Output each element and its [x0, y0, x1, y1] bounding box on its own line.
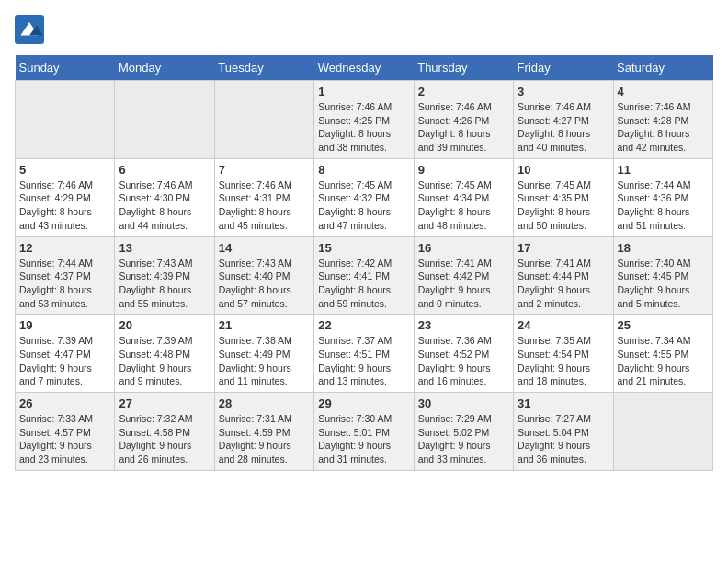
calendar-cell: 4Sunrise: 7:46 AM Sunset: 4:28 PM Daylig…: [613, 81, 712, 159]
calendar-cell: 25Sunrise: 7:34 AM Sunset: 4:55 PM Dayli…: [613, 315, 712, 393]
calendar-cell: 12Sunrise: 7:44 AM Sunset: 4:37 PM Dayli…: [16, 236, 115, 315]
day-header-tuesday: Tuesday: [214, 55, 313, 81]
calendar-cell: 30Sunrise: 7:29 AM Sunset: 5:02 PM Dayli…: [414, 393, 513, 471]
day-number: 25: [618, 318, 709, 332]
calendar-cell: 24Sunrise: 7:35 AM Sunset: 4:54 PM Dayli…: [514, 315, 613, 393]
calendar-cell: [214, 81, 313, 159]
calendar-week-row: 1Sunrise: 7:46 AM Sunset: 4:25 PM Daylig…: [16, 81, 713, 159]
day-info: Sunrise: 7:38 AM Sunset: 4:49 PM Dayligh…: [219, 334, 310, 388]
day-number: 1: [318, 85, 409, 98]
calendar-cell: 7Sunrise: 7:46 AM Sunset: 4:31 PM Daylig…: [214, 158, 313, 236]
day-number: 13: [119, 241, 210, 255]
calendar-cell: 28Sunrise: 7:31 AM Sunset: 4:59 PM Dayli…: [214, 393, 313, 471]
calendar-cell: 5Sunrise: 7:46 AM Sunset: 4:29 PM Daylig…: [16, 158, 115, 236]
day-info: Sunrise: 7:45 AM Sunset: 4:32 PM Dayligh…: [318, 178, 409, 233]
calendar-cell: [16, 81, 115, 159]
day-header-thursday: Thursday: [414, 55, 513, 81]
day-info: Sunrise: 7:33 AM Sunset: 4:57 PM Dayligh…: [19, 412, 110, 466]
day-number: 23: [418, 318, 509, 332]
day-number: 10: [518, 163, 609, 177]
calendar-cell: 15Sunrise: 7:42 AM Sunset: 4:41 PM Dayli…: [314, 236, 414, 315]
day-number: 21: [219, 318, 310, 332]
day-info: Sunrise: 7:46 AM Sunset: 4:31 PM Dayligh…: [219, 178, 310, 233]
calendar-cell: [115, 81, 214, 159]
day-number: 28: [219, 396, 310, 410]
day-number: 7: [219, 163, 310, 177]
calendar-cell: 10Sunrise: 7:45 AM Sunset: 4:35 PM Dayli…: [514, 158, 613, 236]
calendar-cell: 29Sunrise: 7:30 AM Sunset: 5:01 PM Dayli…: [314, 393, 414, 471]
day-info: Sunrise: 7:39 AM Sunset: 4:48 PM Dayligh…: [119, 334, 210, 388]
day-info: Sunrise: 7:31 AM Sunset: 4:59 PM Dayligh…: [219, 412, 310, 466]
calendar-cell: 31Sunrise: 7:27 AM Sunset: 5:04 PM Dayli…: [514, 393, 613, 471]
day-info: Sunrise: 7:41 AM Sunset: 4:42 PM Dayligh…: [418, 257, 509, 311]
day-info: Sunrise: 7:46 AM Sunset: 4:30 PM Dayligh…: [119, 178, 210, 233]
day-number: 29: [318, 396, 409, 410]
calendar-header-row: SundayMondayTuesdayWednesdayThursdayFrid…: [16, 55, 713, 81]
day-info: Sunrise: 7:35 AM Sunset: 4:54 PM Dayligh…: [518, 334, 609, 388]
day-info: Sunrise: 7:44 AM Sunset: 4:37 PM Dayligh…: [19, 257, 110, 311]
day-info: Sunrise: 7:36 AM Sunset: 4:52 PM Dayligh…: [418, 334, 509, 388]
day-number: 8: [318, 163, 409, 177]
day-info: Sunrise: 7:46 AM Sunset: 4:26 PM Dayligh…: [418, 100, 509, 155]
day-number: 15: [318, 241, 409, 255]
calendar-cell: 22Sunrise: 7:37 AM Sunset: 4:51 PM Dayli…: [314, 315, 414, 393]
day-number: 20: [119, 318, 210, 332]
calendar-cell: 27Sunrise: 7:32 AM Sunset: 4:58 PM Dayli…: [115, 393, 214, 471]
day-info: Sunrise: 7:34 AM Sunset: 4:55 PM Dayligh…: [618, 334, 709, 388]
day-header-wednesday: Wednesday: [314, 55, 414, 81]
day-info: Sunrise: 7:27 AM Sunset: 5:04 PM Dayligh…: [518, 412, 609, 466]
calendar-cell: 13Sunrise: 7:43 AM Sunset: 4:39 PM Dayli…: [115, 236, 214, 315]
day-info: Sunrise: 7:43 AM Sunset: 4:40 PM Dayligh…: [219, 257, 310, 311]
calendar-week-row: 5Sunrise: 7:46 AM Sunset: 4:29 PM Daylig…: [16, 158, 713, 236]
calendar-cell: 6Sunrise: 7:46 AM Sunset: 4:30 PM Daylig…: [115, 158, 214, 236]
day-number: 3: [518, 85, 609, 98]
day-number: 22: [318, 318, 409, 332]
calendar-cell: 14Sunrise: 7:43 AM Sunset: 4:40 PM Dayli…: [214, 236, 313, 315]
calendar-cell: 19Sunrise: 7:39 AM Sunset: 4:47 PM Dayli…: [16, 315, 115, 393]
day-number: 18: [618, 241, 709, 255]
day-number: 19: [19, 318, 110, 332]
calendar-cell: 17Sunrise: 7:41 AM Sunset: 4:44 PM Dayli…: [514, 236, 613, 315]
calendar-cell: 1Sunrise: 7:46 AM Sunset: 4:25 PM Daylig…: [314, 81, 414, 159]
day-info: Sunrise: 7:46 AM Sunset: 4:28 PM Dayligh…: [618, 100, 709, 155]
day-number: 5: [19, 163, 110, 177]
day-number: 9: [418, 163, 509, 177]
page-header: [15, 15, 713, 44]
calendar-cell: 23Sunrise: 7:36 AM Sunset: 4:52 PM Dayli…: [414, 315, 513, 393]
calendar-cell: 3Sunrise: 7:46 AM Sunset: 4:27 PM Daylig…: [514, 81, 613, 159]
day-info: Sunrise: 7:32 AM Sunset: 4:58 PM Dayligh…: [119, 412, 210, 466]
calendar-week-row: 19Sunrise: 7:39 AM Sunset: 4:47 PM Dayli…: [16, 315, 713, 393]
calendar-cell: 11Sunrise: 7:44 AM Sunset: 4:36 PM Dayli…: [613, 158, 712, 236]
day-info: Sunrise: 7:45 AM Sunset: 4:35 PM Dayligh…: [518, 178, 609, 233]
calendar-cell: 8Sunrise: 7:45 AM Sunset: 4:32 PM Daylig…: [314, 158, 414, 236]
day-number: 26: [19, 396, 110, 410]
day-info: Sunrise: 7:45 AM Sunset: 4:34 PM Dayligh…: [418, 178, 509, 233]
day-number: 11: [618, 163, 709, 177]
calendar-cell: [613, 393, 712, 471]
day-number: 30: [418, 396, 509, 410]
logo-icon: [15, 15, 44, 44]
calendar-cell: 2Sunrise: 7:46 AM Sunset: 4:26 PM Daylig…: [414, 81, 513, 159]
calendar-cell: 18Sunrise: 7:40 AM Sunset: 4:45 PM Dayli…: [613, 236, 712, 315]
day-info: Sunrise: 7:41 AM Sunset: 4:44 PM Dayligh…: [518, 257, 609, 311]
day-number: 16: [418, 241, 509, 255]
calendar-cell: 21Sunrise: 7:38 AM Sunset: 4:49 PM Dayli…: [214, 315, 313, 393]
calendar-week-row: 12Sunrise: 7:44 AM Sunset: 4:37 PM Dayli…: [16, 236, 713, 315]
calendar-cell: 16Sunrise: 7:41 AM Sunset: 4:42 PM Dayli…: [414, 236, 513, 315]
day-info: Sunrise: 7:43 AM Sunset: 4:39 PM Dayligh…: [119, 257, 210, 311]
day-info: Sunrise: 7:29 AM Sunset: 5:02 PM Dayligh…: [418, 412, 509, 466]
day-info: Sunrise: 7:46 AM Sunset: 4:27 PM Dayligh…: [518, 100, 609, 155]
day-number: 27: [119, 396, 210, 410]
day-info: Sunrise: 7:46 AM Sunset: 4:25 PM Dayligh…: [318, 100, 409, 155]
logo: [15, 15, 48, 44]
day-number: 6: [119, 163, 210, 177]
day-info: Sunrise: 7:39 AM Sunset: 4:47 PM Dayligh…: [19, 334, 110, 388]
day-number: 31: [518, 396, 609, 410]
day-info: Sunrise: 7:42 AM Sunset: 4:41 PM Dayligh…: [318, 257, 409, 311]
day-header-monday: Monday: [115, 55, 214, 81]
day-info: Sunrise: 7:44 AM Sunset: 4:36 PM Dayligh…: [618, 178, 709, 233]
day-number: 4: [618, 85, 709, 98]
calendar-table: SundayMondayTuesdayWednesdayThursdayFrid…: [15, 55, 713, 471]
day-number: 12: [19, 241, 110, 255]
day-header-sunday: Sunday: [16, 55, 115, 81]
